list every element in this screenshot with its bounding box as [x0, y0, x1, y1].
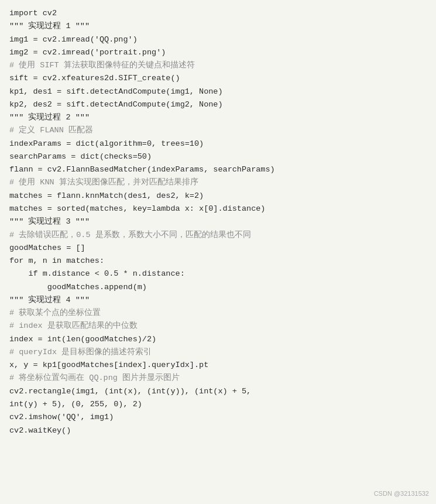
code-line: import cv2 [9, 7, 427, 20]
code-line: # 将坐标位置勾画在 QQ.png 图片并显示图片 [9, 372, 427, 385]
code-line: flann = cv2.FlannBasedMatcher(indexParam… [9, 163, 427, 176]
code-line: indexParams = dict(algorithm=0, trees=10… [9, 138, 427, 150]
code-line: """ 实现过程 1 """ [9, 20, 427, 33]
code-line: # 使用 SIFT 算法获取图像特征的关键点和描述符 [9, 59, 427, 72]
code-line: """ 实现过程 3 """ [9, 215, 427, 228]
code-container: import cv2""" 实现过程 1 """img1 = cv2.imrea… [0, 0, 436, 504]
code-line: # 使用 KNN 算法实现图像匹配，并对匹配结果排序 [9, 176, 427, 189]
code-line: int(y) + 5), (0, 255, 0), 2) [9, 398, 427, 411]
code-block: import cv2""" 实现过程 1 """img1 = cv2.imrea… [9, 7, 427, 437]
code-line: sift = cv2.xfeatures2d.SIFT_create() [9, 72, 427, 85]
code-line: # 去除错误匹配，0.5 是系数，系数大小不同，匹配的结果也不同 [9, 229, 427, 242]
code-line: # 定义 FLANN 匹配器 [9, 124, 427, 137]
code-line: # 获取某个点的坐标位置 [9, 307, 427, 320]
code-line: goodMatches.append(m) [9, 281, 427, 294]
code-line: for m, n in matches: [9, 255, 427, 268]
code-line: kp1, des1 = sift.detectAndCompute(img1, … [9, 85, 427, 98]
code-line: kp2, des2 = sift.detectAndCompute(img2, … [9, 98, 427, 111]
code-line: """ 实现过程 2 """ [9, 111, 427, 124]
code-line: cv2.waitKey() [9, 424, 427, 437]
code-line: cv2.imshow('QQ', img1) [9, 411, 427, 424]
code-line: x, y = kp1[goodMatches[index].queryIdx].… [9, 359, 427, 372]
code-line: # index 是获取匹配结果的中位数 [9, 320, 427, 332]
code-line: # queryIdx 是目标图像的描述符索引 [9, 346, 427, 359]
code-line: index = int(len(goodMatches)/2) [9, 333, 427, 346]
code-line: cv2.rectangle(img1, (int(x), (int(y)), (… [9, 385, 427, 398]
code-line: matches = sorted(matches, key=lambda x: … [9, 203, 427, 215]
code-line: matches = flann.knnMatch(des1, des2, k=2… [9, 190, 427, 203]
code-line: """ 实现过程 4 """ [9, 294, 427, 307]
code-line: img1 = cv2.imread('QQ.png') [9, 33, 427, 46]
footer-label: CSDN @32131532 [374, 489, 429, 499]
code-line: img2 = cv2.imread('portrait.png') [9, 46, 427, 59]
code-line: if m.distance < 0.5 * n.distance: [9, 268, 427, 280]
code-line: goodMatches = [] [9, 242, 427, 255]
code-line: searchParams = dict(checks=50) [9, 150, 427, 163]
